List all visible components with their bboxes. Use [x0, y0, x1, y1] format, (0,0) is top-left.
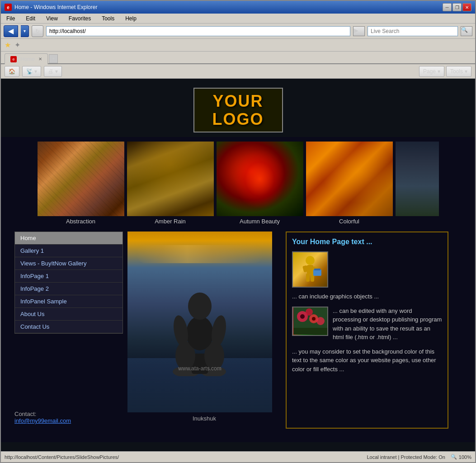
status-zone: Local intranet | Protected Mode: On	[367, 454, 445, 460]
svg-rect-16	[313, 269, 321, 276]
menu-tools[interactable]: Tools	[100, 15, 116, 22]
svg-rect-17	[314, 269, 320, 270]
menu-help[interactable]: Help	[123, 15, 138, 22]
minimize-button[interactable]: ─	[443, 3, 452, 11]
new-tab-button[interactable]: +	[49, 54, 58, 63]
nav-item-gallery1[interactable]: Gallery 1	[15, 245, 123, 257]
go-button[interactable]: ▶	[353, 26, 365, 36]
home-toolbar-button[interactable]: 🏠	[5, 66, 19, 77]
search-input[interactable]	[368, 26, 458, 36]
tab-close-icon[interactable]: ✕	[38, 57, 42, 61]
svg-point-22	[312, 317, 316, 321]
page-label: Page	[423, 68, 436, 75]
tools-label: Tools	[450, 68, 463, 75]
photo-item-fifth[interactable]	[394, 142, 440, 225]
rss-button[interactable]: 📡 ▾	[22, 66, 41, 77]
content-text-3: ... you may consider to set the backgrou…	[292, 347, 442, 374]
nav-item-infopanel[interactable]: InfoPanel Sample	[15, 295, 123, 308]
watermark-text: www.ata-arts.com	[178, 365, 221, 372]
nav-item-about[interactable]: About Us	[15, 308, 123, 321]
webpage-content: YOUR LOGO Abstraction	[1, 79, 475, 451]
content-box: Your Home Page text ...	[286, 232, 448, 429]
sidebar: Home Gallery 1 Views - BuyItNow Gallery …	[14, 232, 123, 429]
tab-label: Home	[20, 56, 35, 62]
nav-item-home[interactable]: Home	[15, 232, 123, 245]
tab-home[interactable]: e Home ✕	[5, 53, 48, 64]
content-image-1	[292, 251, 328, 288]
title-bar: e Home - Windows Internet Explorer ─ ❐ ✕	[1, 1, 475, 14]
logo-box: YOUR LOGO	[193, 88, 283, 132]
footer: © 2009 Your Name. All rights reserved. W…	[1, 442, 475, 451]
photo-item-colorful[interactable]: Colorful	[305, 142, 394, 225]
svg-point-20	[300, 314, 305, 319]
photo-strip: Abstraction Amber Rain	[1, 137, 475, 227]
tools-chevron-icon: ▾	[465, 68, 467, 75]
search-button[interactable]: 🔍	[461, 26, 472, 36]
tab-bar: e Home ✕ +	[1, 52, 475, 64]
add-favorites-icon[interactable]: ★	[5, 41, 11, 49]
status-url: http://localhost/Content/Pictures/SlideS…	[5, 454, 367, 460]
close-button[interactable]: ✕	[462, 3, 471, 11]
restore-button[interactable]: ❐	[452, 3, 462, 11]
logo-text: YOUR LOGO	[212, 92, 264, 128]
svg-rect-25	[293, 328, 327, 335]
page-button[interactable]: Page ▾	[419, 66, 444, 77]
svg-rect-14	[306, 274, 310, 282]
address-bar-row: ◀ ▾ ↻ ▶ 🔍	[1, 24, 475, 39]
content-title: Your Home Page text ...	[292, 238, 442, 246]
nav-item-infopage2[interactable]: InfoPage 2	[15, 283, 123, 295]
contact-email-link[interactable]: info@my99email.com	[14, 417, 71, 424]
refresh-button[interactable]: ↻	[32, 25, 43, 37]
main-photo: www.ata-arts.com	[127, 232, 272, 412]
photo-item-abstraction[interactable]: Abstraction	[36, 142, 126, 225]
content-image-row-2: ... can be edited with any word processi…	[292, 307, 442, 342]
nav-item-contact[interactable]: Contact Us	[15, 321, 123, 333]
address-input[interactable]	[46, 26, 350, 36]
photo-item-autumn[interactable]: Autumn Beauty	[215, 142, 305, 225]
menu-file[interactable]: File	[5, 15, 17, 22]
tools-button[interactable]: Tools ▾	[446, 66, 471, 77]
svg-point-24	[316, 317, 325, 325]
forward-button[interactable]: ▾	[21, 25, 29, 37]
zoom-level: 100%	[459, 454, 471, 460]
content-text-1: ... can include graphics objects ...	[292, 292, 442, 301]
back-button[interactable]: ◀	[4, 25, 18, 37]
status-bar: http://localhost/Content/Pictures/SlideS…	[1, 451, 475, 462]
tab-icon: e	[10, 56, 17, 62]
contact-section: Contact: info@my99email.com	[14, 406, 123, 429]
menu-view[interactable]: View	[44, 15, 60, 22]
zoom-icon: 🔍	[451, 454, 457, 460]
photo-item-amber[interactable]: Amber Rain	[126, 142, 215, 225]
browser-toolbar: 🏠 📡 ▾ 🖨 ▾ Page ▾ Tools ▾	[1, 64, 475, 79]
content-text-2: ... can be edited with any word processi…	[333, 307, 442, 342]
nav-menu: Home Gallery 1 Views - BuyItNow Gallery …	[14, 232, 123, 334]
window-title: Home - Windows Internet Explorer	[14, 4, 97, 10]
content-image-2	[292, 307, 328, 336]
nav-item-infopage1[interactable]: InfoPage 1	[15, 270, 123, 283]
main-content-area: Home Gallery 1 Views - BuyItNow Gallery …	[1, 227, 475, 433]
svg-point-23	[306, 308, 313, 316]
menu-edit[interactable]: Edit	[24, 15, 37, 22]
logo-area: YOUR LOGO	[1, 79, 475, 137]
menu-favorites[interactable]: Favorites	[67, 15, 93, 22]
zoom-indicator[interactable]: 🔍 100%	[451, 454, 471, 460]
menu-bar: File Edit View Favorites Tools Help	[1, 14, 475, 24]
page-chevron-icon: ▾	[438, 68, 440, 75]
svg-point-9	[188, 293, 212, 320]
contact-label: Contact:	[14, 411, 123, 417]
print-button[interactable]: 🖨 ▾	[44, 66, 61, 77]
favorites-center-icon[interactable]: ✦	[14, 41, 20, 49]
center-photo-area: www.ata-arts.com Inukshuk	[127, 232, 281, 429]
browser-icon: e	[5, 4, 12, 11]
main-photo-label: Inukshuk	[127, 415, 281, 422]
svg-point-10	[306, 256, 315, 265]
nav-item-views[interactable]: Views - BuyItNow Gallery	[15, 257, 123, 270]
